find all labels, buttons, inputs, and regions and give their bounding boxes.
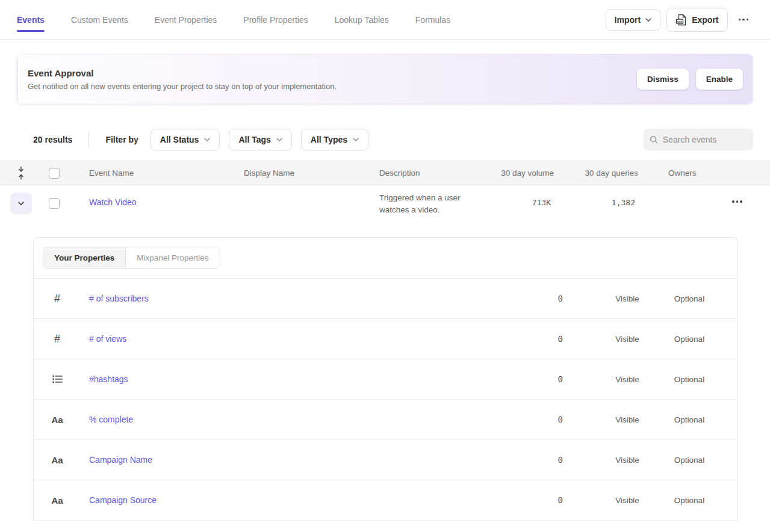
property-name-link[interactable]: # of subscribers xyxy=(89,294,149,303)
chevron-down-icon xyxy=(204,138,210,141)
filter-by-label: Filter by xyxy=(105,135,138,144)
properties-segmented-control: Your Properties Mixpanel Properties xyxy=(43,247,220,269)
dot-icon xyxy=(740,200,742,203)
property-queries: 0 xyxy=(503,415,563,424)
property-queries: 0 xyxy=(503,495,563,505)
banner-title: Event Approval xyxy=(28,68,337,78)
property-visibility: Visible xyxy=(600,496,654,505)
dismiss-button[interactable]: Dismiss xyxy=(637,69,689,90)
tags-filter-label: All Tags xyxy=(238,135,270,144)
property-row: Aa % complete 0 Visible Optional xyxy=(34,400,737,440)
tab-mixpanel-properties[interactable]: Mixpanel Properties xyxy=(126,247,219,268)
export-button-label: Export xyxy=(692,15,718,25)
property-required: Optional xyxy=(656,415,722,424)
chevron-down-icon xyxy=(276,138,282,141)
property-visibility: Visible xyxy=(600,415,654,424)
row-more-options-button[interactable] xyxy=(730,198,745,205)
status-filter-dropdown[interactable]: All Status xyxy=(151,129,220,150)
enable-button[interactable]: Enable xyxy=(696,69,743,90)
property-name-link[interactable]: # of views xyxy=(89,334,126,344)
nav-tabs: Events Custom Events Event Properties Pr… xyxy=(17,0,477,39)
property-row: # # of views 0 Visible Optional xyxy=(34,319,737,359)
csv-file-icon: csv xyxy=(675,14,687,26)
filter-bar: 20 results Filter by All Status All Tags… xyxy=(17,129,753,150)
tab-formulas[interactable]: Formulas xyxy=(415,0,450,39)
select-all-checkbox[interactable] xyxy=(49,168,60,179)
property-visibility: Visible xyxy=(600,294,654,303)
dot-icon xyxy=(739,19,741,21)
more-options-button[interactable] xyxy=(734,13,754,26)
tags-filter-dropdown[interactable]: All Tags xyxy=(229,129,291,150)
event-row-watch-video: Watch Video Triggered when a user watche… xyxy=(0,185,770,222)
event-queries: 1,382 xyxy=(560,198,635,207)
tab-your-properties[interactable]: Your Properties xyxy=(43,247,126,268)
events-table-header: Event Name Display Name Description 30 d… xyxy=(0,161,770,185)
status-filter-label: All Status xyxy=(160,135,199,144)
text-type-icon: Aa xyxy=(47,440,67,480)
banner-actions: Dismiss Enable xyxy=(637,69,753,90)
event-volume: 713K xyxy=(476,198,551,207)
export-button[interactable]: csv Export xyxy=(666,8,727,32)
tab-event-properties[interactable]: Event Properties xyxy=(155,0,217,39)
property-queries: 0 xyxy=(503,374,563,384)
property-row: Aa Campaign Name 0 Visible Optional xyxy=(34,440,737,480)
svg-text:csv: csv xyxy=(677,20,682,23)
property-queries: 0 xyxy=(503,334,563,344)
property-visibility: Visible xyxy=(600,375,654,384)
row-checkbox[interactable] xyxy=(49,198,60,209)
search-icon xyxy=(650,135,658,144)
list-type-icon xyxy=(47,359,67,399)
text-type-icon: Aa xyxy=(47,480,67,520)
property-visibility: Visible xyxy=(600,335,654,344)
col-display-name[interactable]: Display Name xyxy=(244,161,294,185)
properties-card: Your Properties Mixpanel Properties # # … xyxy=(33,237,737,521)
nav-actions: Import csv Export xyxy=(606,8,753,32)
property-name-link[interactable]: % complete xyxy=(89,415,133,424)
col-30-day-queries[interactable]: 30 day queries xyxy=(560,161,638,185)
col-event-name[interactable]: Event Name xyxy=(89,161,134,185)
event-name-link[interactable]: Watch Video xyxy=(89,197,137,207)
dot-icon xyxy=(736,200,739,203)
property-required: Optional xyxy=(656,294,722,303)
collapse-row-button[interactable] xyxy=(10,193,32,214)
text-type-icon: Aa xyxy=(47,400,67,439)
col-30-day-volume[interactable]: 30 day volume xyxy=(476,161,554,185)
import-button[interactable]: Import xyxy=(606,9,661,31)
event-approval-banner: Event Approval Get notified on all new e… xyxy=(17,54,753,104)
top-nav: Events Custom Events Event Properties Pr… xyxy=(0,0,770,40)
property-required: Optional xyxy=(656,456,722,465)
search-box xyxy=(644,129,753,150)
chevron-down-icon xyxy=(645,18,651,22)
properties-tabs-strip: Your Properties Mixpanel Properties xyxy=(34,238,737,279)
select-all-checkbox-cell xyxy=(49,161,60,185)
dot-icon xyxy=(732,200,734,203)
property-required: Optional xyxy=(656,496,722,505)
property-row: Aa Campaign Source 0 Visible Optional xyxy=(34,480,737,521)
property-name-link[interactable]: Campaign Name xyxy=(89,455,152,465)
tab-events[interactable]: Events xyxy=(17,0,45,39)
tab-custom-events[interactable]: Custom Events xyxy=(71,0,128,39)
property-queries: 0 xyxy=(503,294,563,303)
dot-icon xyxy=(742,19,745,21)
property-row: #hashtags 0 Visible Optional xyxy=(34,359,737,400)
import-button-label: Import xyxy=(615,15,641,25)
property-row: # # of subscribers 0 Visible Optional xyxy=(34,279,737,319)
col-description[interactable]: Description xyxy=(379,161,420,185)
chevron-down-icon xyxy=(18,202,24,205)
search-input[interactable] xyxy=(663,135,747,144)
number-type-icon: # xyxy=(47,279,67,318)
tab-lookup-tables[interactable]: Lookup Tables xyxy=(335,0,389,39)
collapse-all-icon[interactable] xyxy=(17,161,25,185)
event-description: Triggered when a user watches a video. xyxy=(379,192,483,216)
property-required: Optional xyxy=(656,335,722,344)
chevron-down-icon xyxy=(353,138,359,141)
banner-subtitle: Get notified on all new events entering … xyxy=(28,82,337,91)
results-count: 20 results xyxy=(33,135,72,144)
property-name-link[interactable]: Campaign Source xyxy=(89,495,157,505)
banner-text: Event Approval Get notified on all new e… xyxy=(17,68,337,91)
property-visibility: Visible xyxy=(600,456,654,465)
col-owners[interactable]: Owners xyxy=(668,161,697,185)
tab-profile-properties[interactable]: Profile Properties xyxy=(243,0,308,39)
property-name-link[interactable]: #hashtags xyxy=(89,374,128,384)
types-filter-dropdown[interactable]: All Types xyxy=(301,129,368,150)
